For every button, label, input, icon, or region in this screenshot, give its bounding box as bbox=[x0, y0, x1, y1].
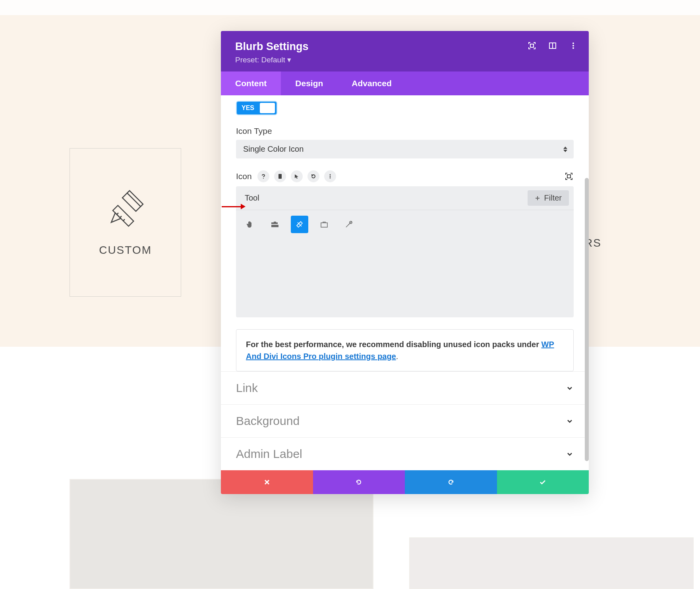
icon-label: Icon bbox=[236, 172, 252, 181]
cancel-button[interactable] bbox=[221, 470, 313, 494]
plus-icon bbox=[535, 195, 540, 201]
tab-design[interactable]: Design bbox=[281, 71, 337, 95]
icon-type-value: Single Color Icon bbox=[243, 145, 304, 153]
select-caret-icon bbox=[563, 147, 567, 152]
image-placeholder-left bbox=[70, 479, 373, 589]
icon-search-input[interactable] bbox=[241, 191, 528, 205]
svg-point-12 bbox=[329, 176, 331, 177]
check-icon bbox=[539, 478, 547, 486]
icon-picker: Filter bbox=[236, 186, 574, 317]
accordion-link[interactable]: Link bbox=[221, 371, 589, 404]
modal-header: Blurb Settings Preset: Default ▾ bbox=[221, 31, 589, 71]
help-icon[interactable] bbox=[257, 170, 269, 182]
tab-advanced[interactable]: Advanced bbox=[337, 71, 406, 95]
undo-icon bbox=[355, 478, 363, 486]
tab-content[interactable]: Content bbox=[221, 71, 281, 95]
redo-button[interactable] bbox=[405, 470, 497, 494]
accordion-background[interactable]: Background bbox=[221, 404, 589, 437]
pencil-ruler-icon[interactable] bbox=[291, 216, 308, 233]
mobile-icon[interactable] bbox=[274, 170, 286, 182]
kebab-menu-icon[interactable] bbox=[569, 41, 578, 50]
blurb-settings-modal: Blurb Settings Preset: Default ▾ Content… bbox=[221, 31, 589, 494]
filter-label: Filter bbox=[544, 193, 562, 203]
chevron-down-icon bbox=[566, 450, 574, 458]
modal-footer bbox=[221, 470, 589, 494]
top-strip bbox=[0, 0, 700, 15]
info-suffix: . bbox=[396, 352, 398, 361]
svg-rect-0 bbox=[113, 205, 133, 226]
annotation-arrow bbox=[222, 204, 246, 209]
svg-rect-17 bbox=[321, 223, 327, 227]
accordion-label: Admin Label bbox=[236, 447, 302, 461]
svg-rect-10 bbox=[278, 174, 282, 179]
modal-title: Blurb Settings bbox=[235, 41, 574, 53]
panel-body: YES Icon Type Single Color Icon Icon bbox=[221, 95, 589, 470]
icon-field-row: Icon bbox=[236, 170, 574, 182]
close-icon bbox=[263, 479, 271, 486]
svg-point-8 bbox=[572, 47, 574, 49]
performance-info: For the best performance, we recommend d… bbox=[236, 329, 574, 371]
svg-point-13 bbox=[329, 178, 331, 179]
accordion-admin-label[interactable]: Admin Label bbox=[221, 437, 589, 470]
expand-icon[interactable] bbox=[528, 41, 536, 50]
info-prefix: For the best performance, we recommend d… bbox=[246, 340, 541, 349]
icon-grid bbox=[236, 210, 574, 317]
tabs: Content Design Advanced bbox=[221, 71, 589, 95]
filter-button[interactable]: Filter bbox=[528, 190, 569, 206]
toggle-knob bbox=[260, 103, 275, 113]
chevron-down-icon bbox=[566, 384, 574, 392]
svg-point-11 bbox=[329, 174, 331, 176]
icon-type-select[interactable]: Single Color Icon bbox=[236, 140, 574, 158]
icon-search-row: Filter bbox=[236, 186, 574, 210]
columns-icon[interactable] bbox=[548, 41, 557, 50]
svg-point-6 bbox=[572, 42, 574, 44]
accordion-label: Background bbox=[236, 414, 300, 428]
use-icon-toggle[interactable]: YES bbox=[236, 101, 277, 115]
card-custom[interactable]: CUSTOM bbox=[70, 148, 181, 297]
hand-icon[interactable] bbox=[242, 216, 259, 233]
wrench-screwdriver-icon[interactable] bbox=[340, 216, 358, 233]
accordion-label: Link bbox=[236, 381, 258, 395]
pencil-ruler-icon bbox=[106, 188, 145, 228]
hover-icon[interactable] bbox=[291, 170, 303, 182]
more-icon[interactable] bbox=[324, 170, 336, 182]
chevron-down-icon bbox=[566, 417, 574, 425]
svg-rect-3 bbox=[530, 44, 534, 47]
toggle-label: YES bbox=[242, 104, 254, 112]
reset-icon[interactable] bbox=[307, 170, 319, 182]
svg-rect-14 bbox=[567, 175, 570, 178]
undo-button[interactable] bbox=[313, 470, 405, 494]
card-label: CUSTOM bbox=[99, 244, 152, 257]
briefcase-icon[interactable] bbox=[315, 216, 333, 233]
redo-icon bbox=[447, 478, 455, 486]
scrollbar-thumb[interactable] bbox=[585, 178, 589, 461]
preset-selector[interactable]: Preset: Default ▾ bbox=[235, 55, 574, 64]
expand-field-icon[interactable] bbox=[564, 172, 574, 181]
icon-type-label: Icon Type bbox=[236, 126, 574, 136]
header-actions bbox=[528, 41, 578, 50]
save-button[interactable] bbox=[497, 470, 589, 494]
toolbox-icon[interactable] bbox=[266, 216, 284, 233]
use-icon-toggle-wrap: YES bbox=[236, 101, 574, 115]
svg-point-7 bbox=[572, 45, 574, 46]
svg-point-9 bbox=[263, 178, 264, 179]
image-placeholder-right bbox=[409, 537, 694, 589]
bottom-images bbox=[70, 479, 700, 589]
